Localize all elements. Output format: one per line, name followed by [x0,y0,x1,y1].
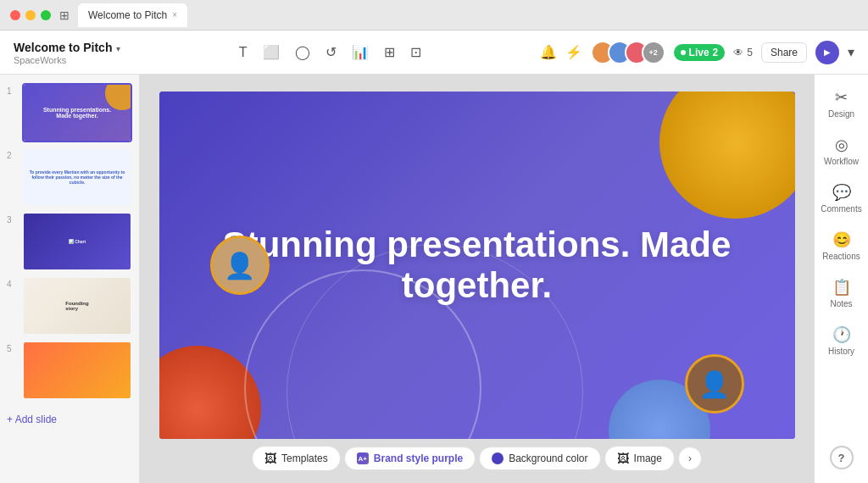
right-panel-notes[interactable]: 📋 Notes [819,271,865,315]
comments-label: Comments [821,204,861,214]
live-badge: Live 2 [674,44,726,61]
help-label: ? [838,452,845,464]
right-panel-comments[interactable]: 💬 Comments [819,176,865,220]
grid-icon: ⊞ [59,8,70,22]
scissors-icon: ✂ [835,88,848,107]
toolbar-center: T ⬜ ◯ ↺ 📊 ⊞ ⊡ [239,44,421,60]
right-panel-history[interactable]: 🕐 History [819,319,865,363]
slide-canvas[interactable]: Stunning presentations. Made together. 👤… [159,92,795,439]
right-panel-reactions[interactable]: 😊 Reactions [819,224,865,268]
templates-button[interactable]: 🖼 Templates [252,446,341,471]
slide-thumb-5[interactable] [22,341,132,400]
slide-item-5[interactable]: 5 [7,341,132,400]
title-bar-tab[interactable]: Welcome to Pitch × [78,3,187,27]
templates-icon: 🖼 [264,452,276,465]
slide-thumb-2[interactable]: To provide every Martian with an opportu… [22,147,132,207]
embed-tool-icon[interactable]: ⊡ [410,44,421,60]
image-button[interactable]: 🖼 Image [604,446,675,471]
play-button[interactable]: ▶ [815,41,839,64]
tab-close-icon[interactable]: × [172,10,177,19]
app-title-group: Welcome to Pitch ▾ SpaceWorks [14,40,120,65]
app-subtitle: SpaceWorks [14,55,120,65]
add-slide-label: + Add slide [7,414,57,425]
close-button[interactable] [10,10,20,20]
help-button[interactable]: ? [830,446,854,469]
bottom-toolbar: 🖼 Templates A+ Brand style purple Backgr… [252,439,702,475]
minimize-button[interactable] [25,10,36,20]
traffic-lights [10,10,51,20]
reactions-icon: 😊 [832,230,851,249]
title-chevron-icon[interactable]: ▾ [116,44,120,53]
slide-item-1[interactable]: 1 Stunning presentations.Made together. [7,83,132,142]
templates-label: Templates [281,452,328,464]
brand-style-button[interactable]: A+ Brand style purple [344,447,476,470]
image-icon: 🖼 [617,452,629,465]
slide-thumb-3[interactable]: 📊 Chart [22,212,132,271]
history-icon: 🕐 [832,325,851,344]
live-dot [681,50,686,55]
text-tool-icon[interactable]: T [239,45,248,60]
brand-style-label: Brand style purple [374,452,463,464]
more-button[interactable]: › [678,447,702,470]
slide-number-4: 4 [7,276,17,289]
share-button[interactable]: Share [761,42,807,63]
design-label: Design [828,109,854,119]
image-label: Image [634,452,662,464]
slide-number-5: 5 [7,341,17,353]
bolt-icon[interactable]: ⚡ [565,44,582,60]
views-count: 👁 5 [733,47,753,58]
slide-item-4[interactable]: 4 Foundingstory [7,276,132,336]
notes-label: Notes [830,299,852,308]
workflow-label: Workflow [824,157,859,166]
slide-number-2: 2 [7,147,17,160]
table-tool-icon[interactable]: ⊞ [384,44,395,60]
workflow-icon: ◎ [835,136,849,154]
main-area: 1 Stunning presentations.Made together. … [0,75,868,483]
background-color-button[interactable]: Background color [479,447,600,470]
views-number: 5 [747,47,753,58]
notes-icon: 📋 [832,278,851,297]
slide-thumb-1[interactable]: Stunning presentations.Made together. [22,83,132,142]
right-panel: ✂ Design ◎ Workflow 💬 Comments 😊 Reactio… [814,75,868,483]
comments-icon: 💬 [832,183,851,202]
shape-tool-icon[interactable]: ◯ [295,44,310,60]
chart-tool-icon[interactable]: 📊 [352,44,369,60]
notification-icon[interactable]: 🔔 [540,44,557,60]
person-avatar-1: 👤 [210,236,270,295]
background-color-label: Background color [509,452,587,464]
slide-panel: 1 Stunning presentations.Made together. … [0,75,140,483]
slide-item-3[interactable]: 3 📊 Chart [7,212,132,271]
avatar-overflow: +2 [642,41,665,64]
app-title: Welcome to Pitch [14,41,112,54]
slide-item-2[interactable]: 2 To provide every Martian with an oppor… [7,147,132,207]
eye-icon: 👁 [733,47,743,58]
right-panel-design[interactable]: ✂ Design [819,81,865,125]
right-panel-workflow[interactable]: ◎ Workflow [819,129,865,173]
more-options-icon[interactable]: ▾ [848,44,854,60]
live-label: Live [689,47,709,58]
live-count: 2 [713,47,719,58]
maximize-button[interactable] [41,10,51,20]
image-tool-icon[interactable]: ⬜ [263,44,280,60]
slide-thumb-4[interactable]: Foundingstory [22,276,132,336]
toolbar-right: 🔔 ⚡ +2 Live 2 👁 5 Share ▶ ▾ [540,41,854,64]
title-bar: ⊞ Welcome to Pitch × [0,0,868,31]
canvas-area: Stunning presentations. Made together. 👤… [140,75,814,483]
brand-style-indicator: A+ [357,452,369,464]
slide-number-3: 3 [7,212,17,225]
reactions-label: Reactions [822,252,860,261]
toolbar: Welcome to Pitch ▾ SpaceWorks T ⬜ ◯ ↺ 📊 … [0,31,868,75]
arrow-tool-icon[interactable]: ↺ [326,44,337,60]
bg-color-dot [492,452,504,464]
person-avatar-2: 👤 [685,354,744,414]
slide-number-1: 1 [7,83,17,96]
canvas-main-text[interactable]: Stunning presentations. Made together. [223,225,732,307]
tab-label: Welcome to Pitch [88,9,167,21]
add-slide-button[interactable]: + Add slide [7,408,132,430]
history-label: History [828,347,854,356]
collaborator-avatars: +2 [591,41,665,64]
toolbar-left: Welcome to Pitch ▾ SpaceWorks [14,40,120,65]
